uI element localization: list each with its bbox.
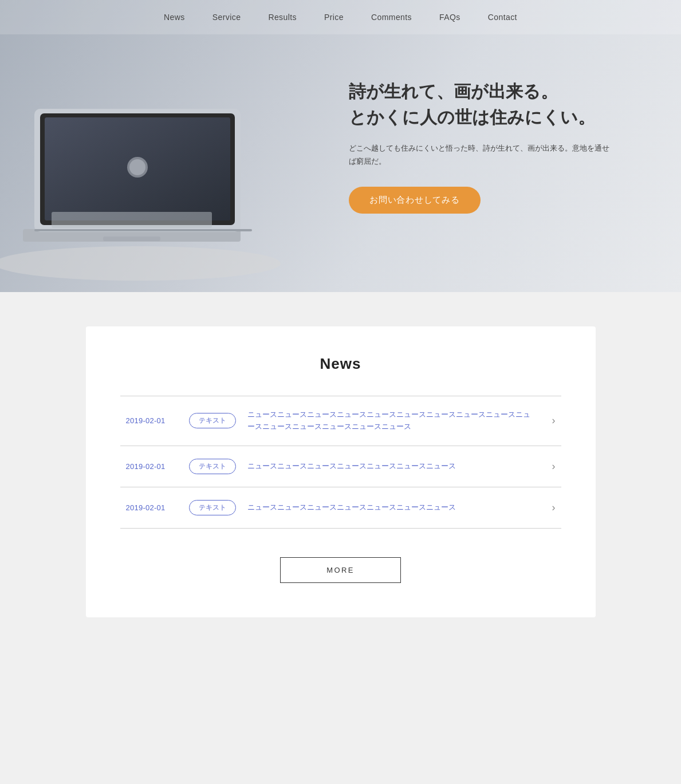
- hero-laptop-illustration: [0, 40, 298, 292]
- more-button[interactable]: MORE: [280, 557, 400, 583]
- nav-item-service[interactable]: Service: [212, 13, 241, 22]
- nav-item-results[interactable]: Results: [268, 13, 297, 22]
- news-section-title: News: [120, 355, 561, 373]
- nav-item-faqs[interactable]: FAQs: [439, 13, 460, 22]
- chevron-right-icon: ›: [552, 460, 556, 472]
- news-tag: テキスト: [189, 459, 236, 474]
- news-link[interactable]: ニュースニュースニュースニュースニュースニュースニュース: [247, 460, 535, 472]
- chevron-right-icon: ›: [552, 502, 556, 514]
- news-date: 2019-02-01: [126, 416, 178, 425]
- chevron-right-icon: ›: [552, 415, 556, 427]
- hero-description: どこへ越しても住みにくいと悟った時、詩が生れて、画が出来る。意地を通せば窮屈だ。: [349, 141, 612, 168]
- news-tag: テキスト: [189, 413, 236, 428]
- news-date: 2019-02-01: [126, 462, 178, 471]
- svg-rect-10: [103, 237, 160, 241]
- hero-section: 詩が生れて、画が出来る。 とかくに人の世は住みにくい。 どこへ越しても住みにくい…: [0, 0, 681, 292]
- hero-content: 詩が生れて、画が出来る。 とかくに人の世は住みにくい。 どこへ越しても住みにくい…: [349, 78, 612, 214]
- hero-cta-button[interactable]: お問い合わせしてみる: [349, 187, 481, 214]
- news-link[interactable]: ニュースニュースニュースニュースニュースニュースニュース: [247, 502, 535, 514]
- hero-title: 詩が生れて、画が出来る。 とかくに人の世は住みにくい。: [349, 78, 612, 130]
- nav-item-price[interactable]: Price: [324, 13, 344, 22]
- more-button-container: MORE: [120, 557, 561, 583]
- news-item[interactable]: 2019-02-01テキストニュースニュースニュースニュースニュースニュースニュ…: [120, 487, 561, 529]
- news-tag: テキスト: [189, 500, 236, 515]
- main-content: News 2019-02-01テキストニュースニュースニュースニュースニュースニ…: [0, 292, 681, 663]
- news-list: 2019-02-01テキストニュースニュースニュースニュースニュースニュースニュ…: [120, 396, 561, 529]
- news-link[interactable]: ニュースニュースニュースニュースニュースニュースニュースニュースニュースニュース…: [247, 409, 535, 433]
- nav-item-news[interactable]: News: [164, 13, 185, 22]
- main-nav: NewsServiceResultsPriceCommentsFAQsConta…: [0, 0, 681, 34]
- svg-rect-9: [52, 212, 212, 228]
- news-item[interactable]: 2019-02-01テキストニュースニュースニュースニュースニュースニュースニュ…: [120, 396, 561, 446]
- svg-rect-8: [34, 229, 252, 231]
- svg-point-0: [0, 246, 281, 281]
- svg-point-7: [129, 159, 145, 175]
- nav-item-comments[interactable]: Comments: [371, 13, 412, 22]
- news-date: 2019-02-01: [126, 503, 178, 512]
- news-item[interactable]: 2019-02-01テキストニュースニュースニュースニュースニュースニュースニュ…: [120, 446, 561, 487]
- news-section: News 2019-02-01テキストニュースニュースニュースニュースニュースニ…: [86, 326, 596, 617]
- nav-item-contact[interactable]: Contact: [488, 13, 517, 22]
